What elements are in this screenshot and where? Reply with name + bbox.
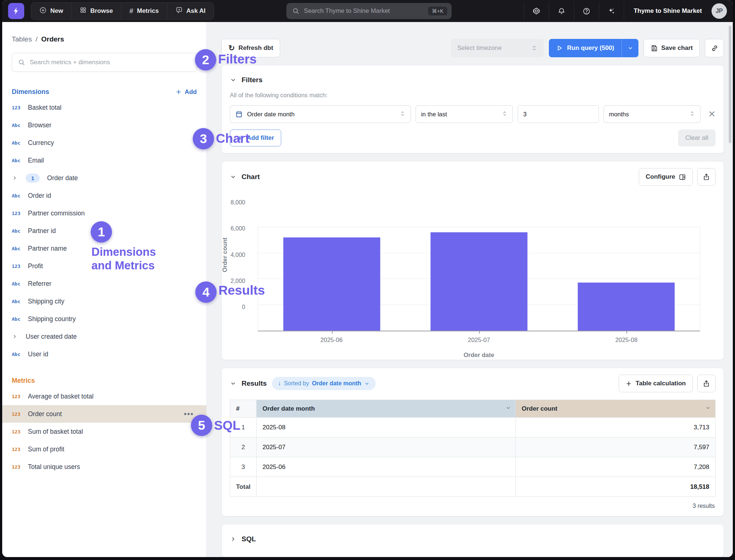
row-index-cell: 1 (230, 418, 257, 437)
sidebar-item-order-date[interactable]: 1Order date (2, 169, 206, 187)
notifications-button[interactable] (549, 2, 574, 20)
scrollbar[interactable] (729, 26, 731, 143)
bar-2025-07[interactable] (430, 232, 528, 331)
item-menu-icon[interactable]: ••• (184, 410, 194, 418)
sidebar-item-currency[interactable]: AbcCurrency (2, 134, 206, 152)
filters-card-header[interactable]: Filters (230, 72, 716, 88)
string-type-icon: Abc (12, 352, 26, 357)
column-header-order-count[interactable]: Order count (516, 400, 716, 418)
add-filter-button[interactable]: Add filter (230, 130, 281, 146)
user-avatar[interactable]: JP (712, 3, 727, 19)
sql-card-header[interactable]: SQL (230, 531, 716, 547)
nav-new-button[interactable]: New (31, 3, 72, 19)
filter-operator-select[interactable]: in the last (416, 105, 513, 123)
clear-all-button[interactable]: Clear all (678, 130, 716, 146)
share-link-button[interactable] (705, 39, 724, 57)
sidebar-item-basket-total[interactable]: 123Basket total (2, 99, 206, 116)
sidebar-item-shipping-city[interactable]: AbcShipping city (2, 292, 206, 310)
hash-icon: # (129, 7, 133, 15)
sidebar-item-partner-commission[interactable]: 123Partner commission (2, 204, 206, 222)
remove-filter-button[interactable]: ✕ (708, 109, 716, 119)
select-caret-icon (531, 45, 537, 51)
order-count-cell[interactable]: 7,208 (516, 457, 716, 477)
help-button[interactable] (574, 2, 599, 20)
save-chart-button[interactable]: Save chart (644, 39, 700, 57)
sidebar-item-user-id[interactable]: AbcUser id (2, 345, 206, 363)
column-header-order-date-month[interactable]: Order date month (257, 400, 516, 418)
add-dimension-button[interactable]: Add (175, 88, 197, 96)
filter-unit-select[interactable]: months (604, 105, 700, 123)
chevron-right-icon[interactable] (12, 334, 24, 339)
run-query-dropdown-button[interactable] (622, 39, 638, 57)
total-empty-cell (257, 477, 516, 497)
number-type-icon: 123 (12, 447, 26, 452)
order-date-month-cell[interactable]: 2025-07 (257, 437, 516, 457)
chart-card-header[interactable]: Chart Configure (230, 168, 716, 186)
breadcrumb-tables-link[interactable]: Tables (12, 35, 32, 43)
nav-label: Ask AI (187, 7, 206, 15)
filter-value-input[interactable] (518, 106, 599, 123)
collapse-chart-icon[interactable] (230, 174, 236, 180)
configure-chart-button[interactable]: Configure (639, 168, 693, 186)
sidebar-item-email[interactable]: AbcEmail (2, 152, 206, 169)
sidebar-item-shipping-country[interactable]: AbcShipping country (2, 310, 206, 328)
bar-slot (405, 227, 553, 331)
nav-ask-ai-button[interactable]: Ask AI (167, 3, 214, 19)
chevron-down-icon (364, 381, 370, 386)
sidebar-item-referrer[interactable]: AbcReferrer (2, 275, 206, 292)
breadcrumb-separator: / (36, 35, 37, 43)
results-card-header[interactable]: Results ↓ Sorted by Order date month Tab… (230, 375, 716, 392)
chevron-right-icon[interactable] (12, 175, 24, 181)
run-query-button[interactable]: Run query (500) (549, 39, 622, 57)
table-calculation-button[interactable]: Table calculation (619, 375, 693, 392)
sidebar-item-profit[interactable]: 123Profit (2, 257, 206, 275)
nav-browse-button[interactable]: Browse (72, 3, 121, 19)
order-date-month-cell[interactable]: 2025-08 (257, 418, 516, 437)
order-count-cell[interactable]: 3,713 (516, 418, 716, 437)
timezone-select[interactable]: Select timezone (451, 39, 544, 57)
sidebar-item-label: Profit (28, 262, 43, 270)
chevron-down-icon[interactable] (705, 405, 711, 412)
sidebar-item-partner-id[interactable]: AbcPartner id (2, 222, 206, 240)
order-date-month-cell[interactable]: 2025-06 (257, 457, 516, 477)
sidebar-item-sum-of-basket-total[interactable]: 123Sum of basket total (2, 423, 206, 440)
column-header-index[interactable]: # (230, 400, 257, 418)
export-results-button[interactable] (697, 375, 716, 392)
refresh-dbt-button[interactable]: ↻ Refresh dbt (221, 39, 280, 57)
order-count-cell[interactable]: 7,597 (516, 437, 716, 457)
sidebar-item-user-created-date[interactable]: User created date (2, 328, 206, 345)
sidebar-item-order-id[interactable]: AbcOrder id (2, 187, 206, 204)
select-caret-icon (400, 111, 405, 118)
sidebar-item-label: Total unique users (28, 463, 80, 471)
sorted-by-pill[interactable]: ↓ Sorted by Order date month (272, 377, 376, 390)
sidebar-item-partner-name[interactable]: AbcPartner name (2, 240, 206, 257)
sidebar-item-total-unique-users[interactable]: 123Total unique users (2, 458, 206, 476)
global-search-input[interactable]: Search Thyme to Shine Market ⌘+K (286, 3, 452, 19)
sidebar-item-order-count[interactable]: 123Order count••• (2, 405, 206, 423)
number-type-icon: 123 (12, 211, 26, 216)
sort-arrow-down-icon: ↓ (278, 380, 281, 387)
sidebar-item-sum-of-profit[interactable]: 123Sum of profit (2, 440, 206, 458)
bar-2025-08[interactable] (578, 283, 675, 331)
notifications-icon (558, 7, 565, 15)
nav-metrics-button[interactable]: #Metrics (121, 3, 167, 19)
org-name[interactable]: Thyme to Shine Market (624, 7, 712, 15)
play-icon (556, 45, 563, 51)
export-chart-button[interactable] (697, 168, 716, 186)
sparkles-button[interactable] (599, 2, 624, 20)
app-logo[interactable] (8, 3, 24, 19)
sidebar-item-browser[interactable]: AbcBrowser (2, 116, 206, 134)
chevron-down-icon[interactable] (506, 405, 511, 412)
settings-button[interactable] (524, 2, 549, 20)
collapse-filters-icon[interactable] (230, 77, 236, 83)
y-tick-label: 6,000 (231, 225, 245, 232)
sidebar-search[interactable] (12, 53, 197, 72)
sidebar-item-average-of-basket-total[interactable]: 123Average of basket total (2, 388, 206, 405)
expand-sql-icon[interactable] (230, 536, 236, 542)
collapse-results-icon[interactable] (230, 380, 236, 387)
filter-field-select[interactable]: Order date month (230, 105, 411, 123)
link-icon (711, 44, 718, 52)
bar-2025-06[interactable] (283, 237, 380, 331)
sidebar-item-label: Browser (28, 121, 51, 129)
sidebar-search-input[interactable] (30, 59, 191, 66)
